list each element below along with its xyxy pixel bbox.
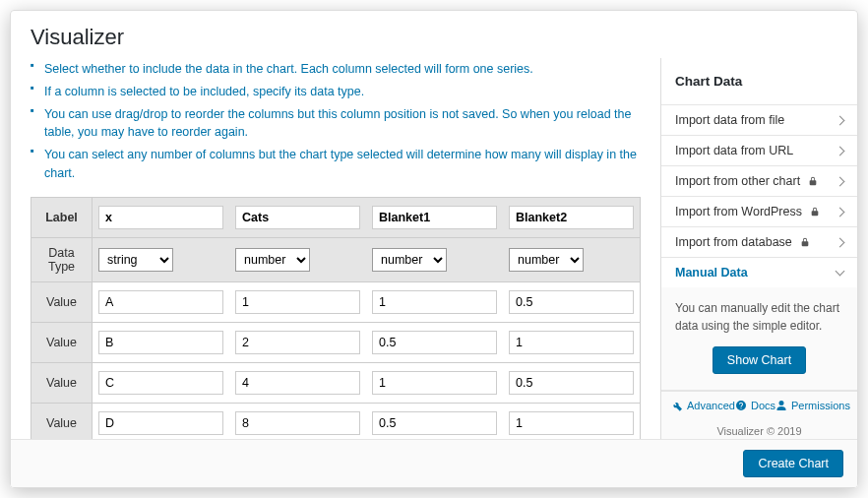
- hint-item: You can select any number of columns but…: [31, 144, 641, 185]
- value-input[interactable]: [98, 371, 223, 395]
- accordion-label: Import from WordPress: [675, 205, 820, 218]
- show-chart-button[interactable]: Show Chart: [713, 346, 806, 374]
- chevron-right-icon: [836, 146, 845, 156]
- value-input[interactable]: [372, 371, 497, 395]
- hints-list: Select whether to include the data in th…: [31, 58, 641, 197]
- value-input[interactable]: [509, 290, 634, 314]
- value-input[interactable]: [235, 331, 360, 354]
- datatype-select[interactable]: number: [509, 248, 584, 272]
- value-input[interactable]: [235, 290, 360, 314]
- hint-item: You can use drag/drop to reorder the col…: [31, 103, 641, 145]
- accordion-manual-data[interactable]: Manual Data: [661, 258, 857, 287]
- hint-item: If a column is selected to be included, …: [31, 81, 641, 103]
- datatype-select[interactable]: string: [98, 248, 173, 272]
- row-label: DataType: [31, 238, 93, 281]
- column-label-input[interactable]: [509, 206, 634, 229]
- accordion-label: Import from other chart: [675, 174, 818, 188]
- row-label: Value: [31, 363, 93, 403]
- accordion-item[interactable]: Import from database: [661, 227, 857, 257]
- accordion-label: Import data from URL: [675, 144, 793, 157]
- user-icon: [775, 400, 787, 411]
- value-input[interactable]: [372, 290, 497, 314]
- chevron-right-icon: [836, 207, 845, 217]
- datatype-select[interactable]: number: [372, 248, 447, 272]
- help-icon: [735, 400, 747, 411]
- accordion-item[interactable]: Import from WordPress: [661, 197, 857, 226]
- value-input[interactable]: [235, 371, 360, 395]
- row-label: Label: [31, 198, 93, 237]
- value-input[interactable]: [509, 411, 634, 435]
- sidebar: Chart Data Import data from fileImport d…: [660, 58, 857, 439]
- value-input[interactable]: [372, 331, 497, 354]
- main-panel: Select whether to include the data in th…: [11, 58, 660, 439]
- lock-icon: [808, 176, 818, 186]
- manual-data-desc: You can manually edit the chart data usi…: [675, 299, 843, 335]
- page-title: Visualizer: [11, 11, 857, 58]
- chevron-down-icon: [836, 267, 845, 277]
- copyright: Visualizer © 2019: [661, 419, 857, 439]
- row-label: Value: [31, 282, 93, 322]
- value-input[interactable]: [372, 411, 497, 435]
- value-input[interactable]: [98, 290, 223, 314]
- value-input[interactable]: [98, 331, 223, 354]
- footer: Create Chart: [11, 439, 857, 487]
- advanced-link[interactable]: Advanced: [671, 400, 735, 411]
- sidebar-tools: Advanced Docs Permissions: [661, 391, 857, 419]
- hint-item: Select whether to include the data in th…: [31, 58, 641, 81]
- column-label-input[interactable]: [98, 206, 223, 229]
- value-input[interactable]: [235, 411, 360, 435]
- value-input[interactable]: [509, 331, 634, 354]
- accordion-item[interactable]: Import data from URL: [661, 136, 857, 165]
- create-chart-button[interactable]: Create Chart: [743, 450, 843, 477]
- chevron-right-icon: [836, 115, 845, 125]
- accordion-label: Import data from file: [675, 113, 784, 127]
- wrench-icon: [671, 400, 683, 411]
- accordion-item[interactable]: Import data from file: [661, 105, 857, 135]
- docs-link[interactable]: Docs: [735, 400, 775, 411]
- row-label: Value: [31, 323, 93, 362]
- accordion-label: Manual Data: [675, 266, 748, 280]
- row-label: Value: [31, 404, 93, 440]
- value-input[interactable]: [98, 411, 223, 435]
- accordion-item[interactable]: Import from other chart: [661, 166, 857, 196]
- data-grid: LabelDataTypestringnumbernumbernumberVal…: [31, 197, 641, 440]
- accordion-label: Import from database: [675, 235, 810, 249]
- lock-icon: [800, 237, 810, 247]
- manual-data-body: You can manually edit the chart data usi…: [661, 287, 857, 390]
- column-label-input[interactable]: [235, 206, 360, 229]
- permissions-link[interactable]: Permissions: [775, 400, 850, 411]
- sidebar-header: Chart Data: [661, 58, 857, 105]
- chevron-right-icon: [836, 237, 845, 247]
- column-label-input[interactable]: [372, 206, 497, 229]
- value-input[interactable]: [509, 371, 634, 395]
- lock-icon: [810, 207, 820, 217]
- datatype-select[interactable]: number: [235, 248, 310, 272]
- chevron-right-icon: [836, 176, 845, 186]
